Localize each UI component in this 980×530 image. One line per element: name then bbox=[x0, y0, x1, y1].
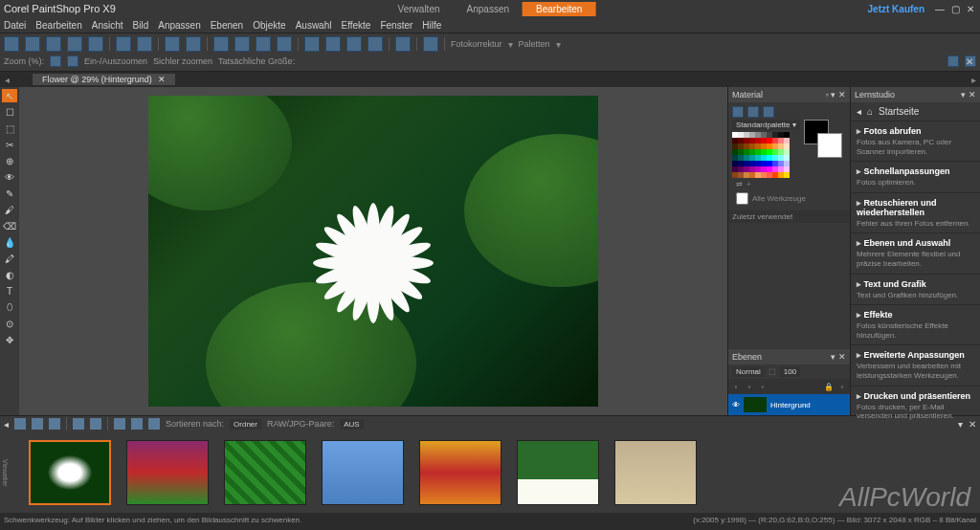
visibility-icon[interactable]: 👁 bbox=[732, 401, 740, 409]
delete-layer-icon[interactable]: ▫ bbox=[757, 381, 768, 392]
menu-bild[interactable]: Bild bbox=[133, 20, 149, 31]
tool-0[interactable]: ↖ bbox=[2, 89, 17, 102]
canvas[interactable] bbox=[148, 96, 598, 407]
org-view3-icon[interactable] bbox=[49, 418, 60, 430]
print-icon[interactable] bbox=[116, 36, 131, 52]
learn-item[interactable]: Fotos abrufenFotos aus Kamera, PC oder S… bbox=[851, 121, 980, 161]
color-swatch[interactable] bbox=[784, 172, 790, 178]
learn-panel-header[interactable]: Lernstudio ▾ ✕ bbox=[851, 87, 980, 102]
menu-ebenen[interactable]: Ebenen bbox=[211, 20, 243, 31]
link-icon[interactable]: ⬚ bbox=[768, 367, 776, 376]
tool-11[interactable]: ◐ bbox=[2, 268, 17, 281]
menu-ansicht[interactable]: Ansicht bbox=[92, 20, 123, 31]
panel-controls-icon[interactable]: ▾ ✕ bbox=[961, 90, 976, 99]
tool-2[interactable]: ⬚ bbox=[2, 121, 17, 135]
fit-icon[interactable] bbox=[304, 36, 320, 52]
menu-objekte[interactable]: Objekte bbox=[253, 20, 285, 31]
layers-panel-header[interactable]: Ebenen ▾ ✕ bbox=[728, 349, 850, 364]
save-icon[interactable] bbox=[46, 36, 61, 52]
menu-bearbeiten[interactable]: Bearbeiten bbox=[35, 20, 81, 31]
share-icon[interactable] bbox=[137, 36, 152, 52]
pair-dropdown[interactable]: AUS bbox=[340, 419, 363, 430]
redo-icon[interactable] bbox=[186, 36, 201, 52]
org-collapse-icon[interactable]: ▾ bbox=[958, 419, 963, 430]
all-tools-checkbox[interactable] bbox=[736, 192, 748, 205]
tab-nav-right-icon[interactable]: ▸ bbox=[967, 75, 980, 85]
fg-bg-colors[interactable] bbox=[804, 120, 846, 167]
scanner-icon[interactable] bbox=[88, 36, 103, 52]
layers-icon[interactable] bbox=[423, 36, 438, 52]
org-close-icon[interactable]: ✕ bbox=[969, 419, 976, 430]
tab-nav-left-icon[interactable]: ◂ bbox=[0, 75, 13, 85]
rotate-left-icon[interactable] bbox=[213, 36, 229, 52]
minimize-icon[interactable]: — bbox=[934, 3, 946, 14]
close-icon[interactable]: ✕ bbox=[965, 3, 976, 14]
org-tool3-icon[interactable] bbox=[148, 418, 160, 430]
learn-item[interactable]: Ebenen und AuswahlMehrere Elemente flexi… bbox=[851, 232, 980, 273]
menu-anpassen[interactable]: Anpassen bbox=[158, 20, 200, 31]
tool-14[interactable]: ⊙ bbox=[2, 317, 17, 330]
new-group-icon[interactable]: ▫ bbox=[744, 381, 755, 392]
thumbnail[interactable] bbox=[322, 440, 404, 505]
mirror-icon[interactable] bbox=[277, 36, 292, 52]
tab-edit[interactable]: Bearbeiten bbox=[523, 2, 595, 16]
thumbnail[interactable] bbox=[126, 440, 209, 505]
org-nav-left-icon[interactable]: ◂ bbox=[4, 419, 9, 430]
rotate-right-icon[interactable] bbox=[234, 36, 250, 52]
tool-8[interactable]: ⌫ bbox=[2, 219, 17, 232]
tool-15[interactable]: ✥ bbox=[2, 333, 17, 346]
org-rotate-icon[interactable] bbox=[73, 418, 84, 430]
opacity-input[interactable]: 100 bbox=[780, 366, 800, 377]
org-view-icon[interactable] bbox=[14, 418, 26, 430]
buy-now-link[interactable]: Jetzt Kaufen bbox=[868, 4, 924, 14]
flip-icon[interactable] bbox=[256, 36, 271, 52]
swap-colors-icon[interactable]: ⇄ bbox=[736, 180, 743, 188]
tool-12[interactable]: T bbox=[2, 284, 17, 298]
close-toolbar-icon[interactable]: ✕ bbox=[965, 55, 976, 67]
resize-icon[interactable] bbox=[395, 36, 411, 52]
new-icon[interactable] bbox=[4, 36, 19, 52]
zoom-out-icon[interactable] bbox=[50, 55, 61, 67]
blend-mode-dropdown[interactable]: Normal bbox=[732, 366, 765, 377]
thumbnail[interactable] bbox=[614, 440, 697, 505]
tool-6[interactable]: ✎ bbox=[2, 187, 17, 200]
menu-auswahl[interactable]: Auswahl bbox=[296, 20, 332, 31]
learn-item[interactable]: SchnellanpassungenFotos optimieren. bbox=[851, 161, 980, 192]
camera-icon[interactable] bbox=[67, 36, 82, 52]
fullscreen-icon[interactable] bbox=[325, 36, 341, 52]
tool-5[interactable]: 👁 bbox=[2, 170, 17, 184]
panel-controls-icon[interactable]: ▫ ▾ ✕ bbox=[826, 90, 846, 99]
lock-layer-icon[interactable]: 🔒 bbox=[823, 381, 835, 392]
thumbnail[interactable] bbox=[29, 440, 111, 505]
grid-icon[interactable] bbox=[368, 36, 383, 52]
learn-item[interactable]: Erweiterte AnpassungenVerbessern und bea… bbox=[851, 344, 980, 385]
layer-menu-icon[interactable]: ▫ bbox=[836, 381, 848, 392]
learn-item[interactable]: Text und GrafikText und Grafiken hinzufü… bbox=[851, 274, 980, 305]
photofix-dropdown[interactable]: Fotokorrektur bbox=[451, 39, 502, 49]
learn-home[interactable]: ◂ ⌂ Startseite bbox=[851, 102, 980, 121]
home-icon[interactable]: ⌂ bbox=[867, 106, 873, 117]
org-tool2-icon[interactable] bbox=[131, 418, 143, 430]
undo-icon[interactable] bbox=[165, 36, 180, 52]
tool-10[interactable]: 🖍 bbox=[2, 252, 17, 265]
mat-swatches-icon[interactable] bbox=[732, 106, 744, 118]
thumbnail[interactable] bbox=[517, 440, 599, 505]
menu-hilfe[interactable]: Hilfe bbox=[422, 20, 441, 31]
tool-9[interactable]: 💧 bbox=[2, 235, 17, 249]
canvas-area[interactable] bbox=[19, 87, 727, 415]
background-color[interactable] bbox=[817, 133, 842, 158]
tool-3[interactable]: ✂ bbox=[2, 138, 17, 151]
mat-rainbow-icon[interactable] bbox=[747, 106, 759, 118]
thumbnail[interactable] bbox=[419, 440, 501, 505]
thumbnail[interactable] bbox=[224, 440, 306, 505]
menu-datei[interactable]: Datei bbox=[4, 20, 26, 31]
layer-row[interactable]: 👁 Hintergrund bbox=[728, 394, 850, 415]
org-tool-icon[interactable] bbox=[114, 418, 125, 430]
dock-icon[interactable] bbox=[947, 55, 959, 67]
new-layer-icon[interactable]: ▫ bbox=[730, 381, 742, 392]
document-tab[interactable]: Flower @ 29% (Hintergrund) ✕ bbox=[33, 74, 175, 85]
actual-size-icon[interactable] bbox=[346, 36, 362, 52]
maximize-icon[interactable]: ▢ bbox=[949, 3, 961, 14]
tab-manage[interactable]: Verwalten bbox=[385, 2, 454, 16]
add-swatch-icon[interactable]: + bbox=[746, 180, 751, 188]
